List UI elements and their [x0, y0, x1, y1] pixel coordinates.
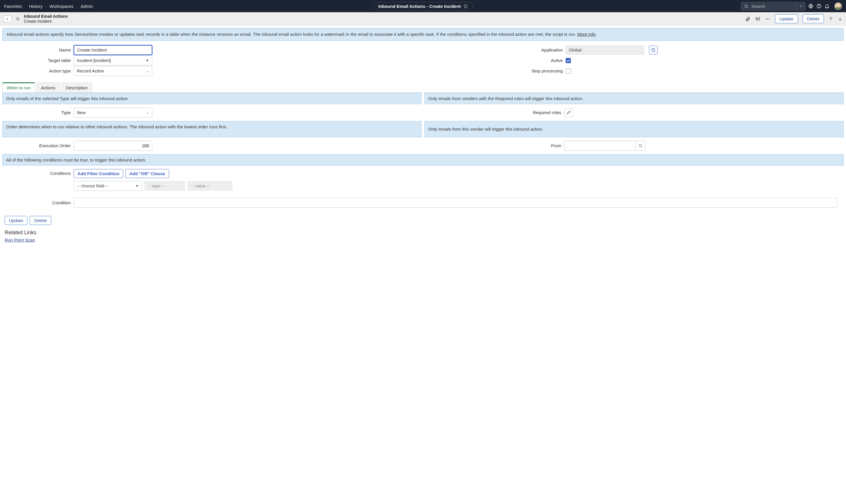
tab-when-to-run[interactable]: When to run: [2, 83, 35, 92]
required-roles-edit-button[interactable]: [564, 108, 573, 117]
required-roles-label: Required roles: [424, 110, 561, 115]
svg-point-18: [769, 18, 770, 19]
type-select[interactable]: New ⌄: [74, 108, 152, 118]
chevron-down-icon: ▼: [145, 58, 149, 62]
chevron-down-icon: ▼: [135, 184, 139, 188]
stop-processing-checkbox[interactable]: [566, 68, 571, 74]
delete-button-top[interactable]: Delete: [803, 14, 824, 23]
condition-field-value: -- choose field --: [77, 183, 108, 188]
previous-record-icon[interactable]: [829, 17, 833, 21]
run-point-scan-link[interactable]: Run Point Scan: [5, 237, 35, 242]
nav-workspaces[interactable]: Workspaces: [50, 4, 73, 9]
form-header-bar: Inbound Email Actions Create Incident Up…: [0, 12, 846, 25]
name-input[interactable]: [74, 45, 152, 55]
update-button-top[interactable]: Update: [775, 14, 798, 23]
application-label: Application: [426, 48, 563, 52]
delete-button-bottom[interactable]: Delete: [30, 216, 51, 225]
related-links-heading: Related Links: [5, 230, 841, 236]
application-value: Global: [569, 48, 581, 52]
svg-point-24: [639, 144, 641, 147]
condition-input[interactable]: [74, 198, 837, 208]
update-button-bottom[interactable]: Update: [5, 216, 28, 225]
target-table-label: Target table: [2, 58, 71, 63]
action-type-select[interactable]: Record Action ⌄: [74, 66, 152, 76]
conditions-label: Conditions: [2, 169, 71, 176]
more-actions-icon[interactable]: [765, 16, 770, 21]
condition-field-select[interactable]: -- choose field -- ▼: [74, 181, 142, 191]
conditions-hint: All of the following conditions must be …: [2, 154, 844, 166]
target-table-select[interactable]: Incident [incident] ▼: [74, 56, 152, 66]
chevron-down-icon: ⌄: [146, 111, 149, 115]
execution-order-label: Execution Order: [2, 143, 71, 148]
globe-icon[interactable]: [808, 3, 813, 9]
type-value: New: [77, 110, 86, 115]
page-title-text: Inbound Email Actions - Create Incident: [378, 4, 461, 9]
tab-actions[interactable]: Actions: [37, 83, 60, 92]
more-info-link[interactable]: More Info: [577, 32, 596, 37]
application-field: Global: [566, 46, 644, 55]
tab-description[interactable]: Description: [61, 83, 92, 92]
search-scope-dropdown[interactable]: [796, 3, 805, 10]
global-search: [741, 2, 805, 11]
sender-hint: Only emails from this sender will trigge…: [424, 121, 844, 137]
search-input[interactable]: [751, 3, 794, 9]
user-avatar[interactable]: [834, 2, 842, 10]
svg-point-1: [745, 5, 747, 7]
active-label: Active: [426, 58, 563, 63]
personalize-form-icon[interactable]: [755, 16, 760, 21]
name-label: Name: [2, 48, 71, 52]
order-hint: Order determines when to run relative to…: [2, 121, 422, 137]
from-label: From: [424, 143, 561, 148]
svg-point-23: [653, 49, 653, 49]
from-input[interactable]: [564, 141, 635, 151]
action-type-value: Record Action: [77, 68, 104, 73]
form-tabs: When to run Actions Description: [2, 83, 844, 93]
svg-marker-3: [800, 6, 802, 7]
svg-line-2: [747, 7, 748, 8]
help-icon[interactable]: [816, 3, 822, 9]
svg-point-13: [756, 18, 757, 19]
type-label: Type: [2, 110, 71, 115]
active-checkbox[interactable]: [566, 58, 571, 63]
application-info-icon[interactable]: [649, 46, 658, 54]
svg-marker-0: [463, 4, 467, 8]
nav-admin[interactable]: Admin: [81, 4, 93, 9]
notifications-icon[interactable]: [825, 3, 830, 9]
type-hint: Only emails of the selected Type will tr…: [2, 93, 422, 104]
svg-line-25: [641, 146, 642, 147]
chevron-down-icon: ⌄: [146, 69, 149, 73]
page-title-pill: Inbound Email Actions - Create Incident: [373, 2, 473, 11]
next-record-icon[interactable]: [838, 17, 843, 21]
search-icon: [744, 4, 748, 8]
action-type-label: Action type: [2, 68, 71, 73]
add-filter-condition-button[interactable]: Add Filter Condition: [74, 169, 123, 178]
execution-order-input[interactable]: [74, 141, 152, 151]
back-button[interactable]: [3, 15, 12, 22]
svg-point-15: [759, 17, 760, 18]
info-banner: Inbound email actions specify how Servic…: [2, 28, 844, 41]
nav-history[interactable]: History: [29, 4, 43, 9]
svg-point-17: [768, 18, 768, 19]
form-menu-icon[interactable]: [15, 17, 20, 21]
target-table-value: Incident [incident]: [77, 58, 111, 63]
top-nav: Favorites History Workspaces Admin Inbou…: [0, 0, 846, 12]
roles-hint: Only emails from senders with the Requir…: [424, 93, 844, 104]
from-lookup-button[interactable]: [635, 141, 646, 151]
add-or-clause-button[interactable]: Add "OR" Clause: [125, 169, 169, 178]
svg-point-14: [758, 19, 758, 20]
stop-processing-label: Stop processing: [426, 68, 563, 73]
info-banner-text: Inbound email actions specify how Servic…: [7, 32, 577, 37]
favorite-star-icon[interactable]: [463, 4, 468, 8]
attachment-icon[interactable]: [745, 16, 751, 21]
condition-label: Condition: [2, 200, 71, 205]
breadcrumb-record: Create Incident: [24, 19, 68, 24]
svg-point-16: [766, 18, 767, 19]
condition-value-field: -- value --: [188, 181, 233, 191]
condition-operator-field: -- oper --: [144, 181, 185, 191]
breadcrumb-table: Inbound Email Actions: [24, 14, 68, 19]
nav-favorites[interactable]: Favorites: [4, 4, 22, 9]
